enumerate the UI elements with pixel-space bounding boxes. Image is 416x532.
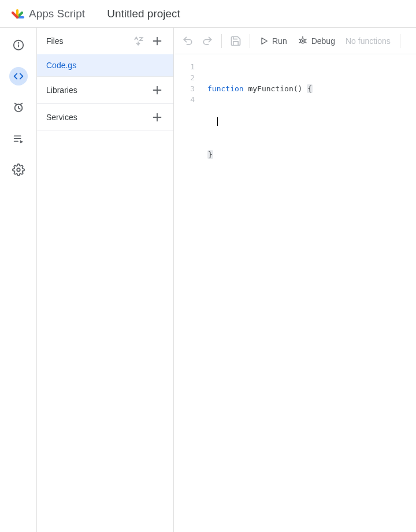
svg-point-6 xyxy=(18,43,18,43)
token-keyword: function xyxy=(207,84,244,93)
code-icon xyxy=(12,70,25,83)
files-label: Files xyxy=(46,36,64,46)
playlist-play-icon xyxy=(12,132,25,145)
nav-executions[interactable] xyxy=(9,129,28,148)
debug-icon xyxy=(298,36,308,46)
svg-line-9 xyxy=(18,108,20,109)
file-name: Code.gs xyxy=(46,61,76,70)
nav-triggers[interactable] xyxy=(9,98,28,117)
header: Apps Script Untitled project xyxy=(0,0,416,28)
run-label: Run xyxy=(272,36,287,46)
line-number: 4 xyxy=(174,94,195,105)
token-brace-close: } xyxy=(207,150,213,159)
svg-line-28 xyxy=(304,39,306,40)
token-punct: () xyxy=(294,84,303,93)
function-select-label: No functions xyxy=(346,36,391,46)
editor-area: Run Debug No functions 1 2 3 4 function … xyxy=(174,28,416,532)
toolbar-separator xyxy=(250,34,250,48)
main-area: Files Code.gs Libraries xyxy=(0,28,416,532)
svg-point-16 xyxy=(17,168,20,172)
code-line xyxy=(207,116,416,127)
toolbar-separator xyxy=(221,34,222,48)
add-service-button[interactable] xyxy=(148,108,166,127)
file-panel: Files Code.gs Libraries xyxy=(37,28,174,532)
svg-line-11 xyxy=(20,103,22,105)
save-button[interactable] xyxy=(226,32,245,50)
toolbar-separator xyxy=(400,34,400,48)
text-cursor xyxy=(217,117,218,126)
code-line: } xyxy=(207,149,416,160)
project-title[interactable]: Untitled project xyxy=(107,8,180,20)
token-identifier: myFunction xyxy=(244,84,294,93)
undo-icon xyxy=(182,35,194,47)
libraries-header: Libraries xyxy=(37,77,173,103)
services-label: Services xyxy=(46,113,77,122)
token-indent xyxy=(207,117,217,126)
line-number: 3 xyxy=(174,83,195,94)
plus-icon xyxy=(151,84,164,96)
undo-button[interactable] xyxy=(179,32,197,50)
svg-marker-15 xyxy=(20,140,23,144)
save-icon xyxy=(230,35,242,47)
libraries-section: Libraries xyxy=(37,77,173,104)
code-line xyxy=(207,182,416,193)
nav-rail xyxy=(0,28,37,532)
function-select[interactable]: No functions xyxy=(341,32,395,50)
apps-script-logo-icon xyxy=(9,6,25,22)
sort-az-icon xyxy=(133,35,144,47)
product-name: Apps Script xyxy=(29,8,85,20)
code-content[interactable]: function myFunction() { } xyxy=(199,54,416,532)
logo-area[interactable]: Apps Script xyxy=(9,6,85,22)
play-icon xyxy=(259,36,269,46)
debug-button[interactable]: Debug xyxy=(293,32,340,50)
run-button[interactable]: Run xyxy=(255,32,292,50)
info-icon xyxy=(12,39,25,51)
svg-marker-24 xyxy=(262,38,267,44)
gear-icon xyxy=(12,163,25,176)
code-line: function myFunction() { xyxy=(207,83,416,94)
add-library-button[interactable] xyxy=(148,81,166,99)
svg-line-29 xyxy=(299,42,300,43)
debug-label: Debug xyxy=(311,36,335,46)
token-brace-open: { xyxy=(307,84,313,93)
redo-button[interactable] xyxy=(198,32,217,50)
nav-overview[interactable] xyxy=(9,36,28,54)
nav-settings[interactable] xyxy=(9,161,28,179)
plus-icon xyxy=(151,111,164,124)
plus-icon xyxy=(151,35,164,47)
services-header: Services xyxy=(37,104,173,131)
files-section: Files Code.gs xyxy=(37,28,173,77)
libraries-label: Libraries xyxy=(46,85,77,95)
editor-toolbar: Run Debug No functions xyxy=(174,28,416,54)
line-gutter: 1 2 3 4 xyxy=(174,54,199,532)
svg-line-30 xyxy=(304,42,306,43)
services-section: Services xyxy=(37,104,173,131)
redo-icon xyxy=(202,35,213,47)
svg-line-27 xyxy=(299,39,300,40)
nav-editor[interactable] xyxy=(9,67,28,85)
add-file-button[interactable] xyxy=(148,32,166,50)
sort-files-button[interactable] xyxy=(129,32,148,50)
line-number: 1 xyxy=(174,61,195,72)
files-header: Files xyxy=(37,28,173,54)
line-number: 2 xyxy=(174,72,195,83)
code-editor[interactable]: 1 2 3 4 function myFunction() { } xyxy=(174,54,416,532)
svg-line-10 xyxy=(14,103,16,105)
svg-marker-31 xyxy=(302,39,304,42)
file-item-code-gs[interactable]: Code.gs xyxy=(37,54,173,76)
alarm-icon xyxy=(12,101,25,114)
